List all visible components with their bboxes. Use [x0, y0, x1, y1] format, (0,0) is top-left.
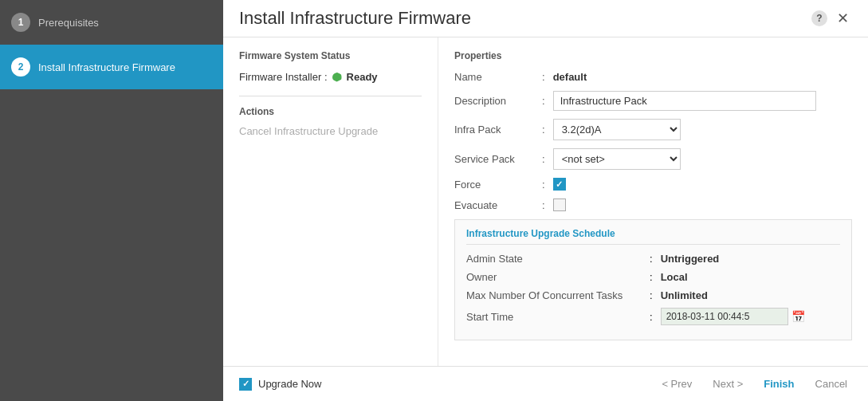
owner-label: Owner: [466, 271, 650, 283]
admin-state-label: Admin State: [466, 253, 650, 265]
close-icon[interactable]: ✕: [834, 8, 852, 29]
firmware-status-title: Firmware System Status: [239, 50, 422, 61]
divider: [239, 96, 422, 96]
infra-pack-row: Infra Pack : 3.2(2d)A 3.2(2e)A 3.3(1)A: [454, 119, 852, 140]
start-time-wrapper: 📅: [661, 308, 805, 325]
step-number-1: 1: [11, 13, 30, 32]
service-pack-label: Service Pack: [454, 153, 542, 165]
upgrade-now-label: Upgrade Now: [258, 378, 322, 390]
cancel-button[interactable]: Cancel: [811, 375, 852, 393]
prev-button[interactable]: < Prev: [657, 375, 697, 393]
name-row: Name : default: [454, 71, 852, 83]
force-row: Force : ✓: [454, 178, 852, 191]
cancel-infrastructure-upgrade-link: Cancel Infrastructure Upgrade: [239, 125, 378, 137]
main-content: Install Infrastructure Firmware ? ✕ Firm…: [223, 0, 868, 401]
footer-buttons: < Prev Next > Finish Cancel: [657, 375, 852, 393]
description-label: Description: [454, 95, 542, 107]
help-icon[interactable]: ?: [811, 10, 827, 26]
infra-pack-select[interactable]: 3.2(2d)A 3.2(2e)A 3.3(1)A: [553, 119, 681, 140]
next-button[interactable]: Next >: [708, 375, 748, 393]
admin-state-value: Untriggered: [661, 253, 720, 265]
schedule-section: Infrastructure Upgrade Schedule Admin St…: [454, 219, 852, 340]
sidebar-item-install-firmware[interactable]: 2 Install Infrastructure Firmware: [0, 45, 223, 89]
description-row: Description :: [454, 91, 852, 111]
step-number-2: 2: [11, 57, 30, 77]
force-colon: :: [542, 179, 545, 191]
evacuate-label: Evacuate: [454, 199, 542, 211]
sidebar-item-prerequisites[interactable]: 1 Prerequisites: [0, 0, 223, 45]
admin-state-row: Admin State : Untriggered: [466, 253, 840, 265]
dialog-footer: ✓ Upgrade Now < Prev Next > Finish Cance…: [223, 366, 868, 401]
owner-row: Owner : Local: [466, 271, 840, 283]
evacuate-row: Evacuate :: [454, 199, 852, 211]
max-tasks-value: Unlimited: [661, 289, 708, 301]
start-time-label: Start Time: [466, 311, 650, 323]
force-label: Force: [454, 179, 542, 191]
dialog-body: Firmware System Status Firmware Installe…: [223, 37, 868, 366]
firmware-status-value: Ready: [347, 71, 378, 83]
firmware-status-row: Firmware Installer : Ready: [239, 71, 422, 83]
owner-colon: :: [650, 271, 653, 283]
force-checkbox[interactable]: ✓: [553, 178, 566, 191]
description-input[interactable]: [553, 91, 816, 111]
ready-indicator-icon: [332, 73, 342, 82]
max-tasks-row: Max Number Of Concurrent Tasks : Unlimit…: [466, 289, 840, 301]
dialog-title: Install Infrastructure Firmware: [239, 8, 471, 29]
infra-pack-colon: :: [542, 124, 545, 136]
name-value: default: [553, 71, 587, 83]
right-panel: Properties Name : default Description : …: [438, 37, 868, 366]
upgrade-now-section: ✓ Upgrade Now: [239, 378, 322, 391]
start-time-input[interactable]: [661, 308, 788, 325]
upgrade-now-checkmark-icon: ✓: [242, 379, 249, 389]
schedule-title: Infrastructure Upgrade Schedule: [466, 228, 840, 245]
start-time-colon: :: [650, 311, 653, 323]
upgrade-now-checkbox[interactable]: ✓: [239, 378, 252, 391]
evacuate-checkbox[interactable]: [553, 199, 566, 211]
service-pack-select[interactable]: <not set> SP1 SP2: [553, 148, 681, 170]
owner-value: Local: [661, 271, 688, 283]
infra-pack-label: Infra Pack: [454, 124, 542, 136]
evacuate-colon: :: [542, 199, 545, 211]
sidebar: 1 Prerequisites 2 Install Infrastructure…: [0, 0, 223, 401]
service-pack-colon: :: [542, 153, 545, 165]
sidebar-label-install-firmware: Install Infrastructure Firmware: [38, 61, 175, 73]
calendar-icon[interactable]: 📅: [791, 310, 805, 323]
max-tasks-label: Max Number Of Concurrent Tasks: [466, 289, 650, 301]
max-tasks-colon: :: [650, 289, 653, 301]
install-firmware-dialog: 1 Prerequisites 2 Install Infrastructure…: [0, 0, 868, 401]
header-icons: ? ✕: [811, 8, 852, 29]
finish-button[interactable]: Finish: [759, 375, 799, 393]
description-colon: :: [542, 95, 545, 107]
name-label: Name: [454, 71, 542, 83]
dialog-header: Install Infrastructure Firmware ? ✕: [223, 0, 868, 37]
firmware-installer-label: Firmware Installer :: [239, 71, 328, 83]
force-checkmark-icon: ✓: [556, 179, 563, 190]
service-pack-row: Service Pack : <not set> SP1 SP2: [454, 148, 852, 170]
name-colon: :: [542, 71, 545, 83]
sidebar-label-prerequisites: Prerequisites: [38, 17, 99, 29]
left-panel: Firmware System Status Firmware Installe…: [223, 37, 438, 366]
start-time-row: Start Time : 📅: [466, 308, 840, 325]
admin-state-colon: :: [650, 253, 653, 265]
actions-title: Actions: [239, 106, 422, 117]
properties-title: Properties: [454, 50, 852, 61]
